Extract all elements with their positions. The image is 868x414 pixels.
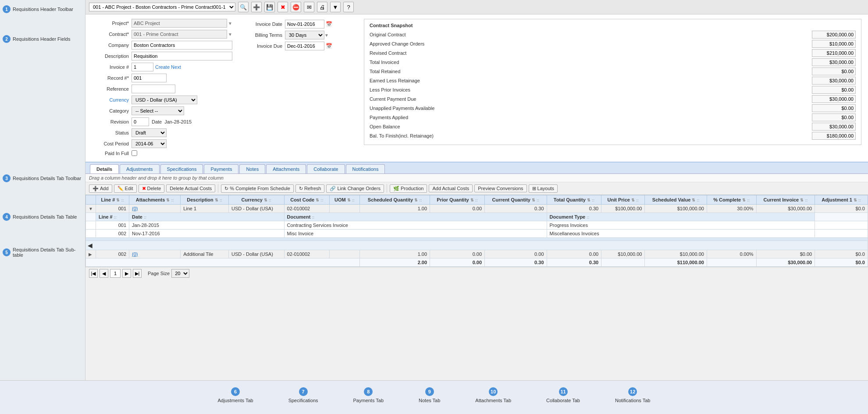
snapshot-row: Payments Applied: [370, 113, 856, 121]
row2-attachments[interactable]: (0): [129, 250, 181, 258]
col-sched-value[interactable]: Scheduled Value ⇅ ::: [645, 195, 707, 205]
expand-cell-2[interactable]: ▶: [86, 250, 96, 258]
annotation-label-9: Notes Tab: [419, 398, 440, 403]
col-currency[interactable]: Currency ⇅ ::: [229, 195, 284, 205]
row2-sched-value: $10,000.00: [645, 250, 707, 258]
badge-12: 12: [628, 387, 637, 396]
col-prior-qty[interactable]: Prior Quantity ⇅ ::: [430, 195, 485, 205]
cost-period-row: Cost Period 2014-06: [92, 139, 232, 148]
add-icon-btn[interactable]: ➕: [251, 2, 262, 12]
help-icon-btn[interactable]: ?: [343, 2, 354, 12]
currency-select[interactable]: USD - Dollar (USA): [132, 96, 197, 104]
sub1-doc-type: Progress Invoices: [547, 221, 815, 230]
company-input[interactable]: [132, 41, 232, 50]
row1-attachments[interactable]: (0): [129, 205, 181, 213]
paid-in-full-label: Paid In Full: [92, 151, 132, 156]
annotation-label-6: Adjustments Tab: [218, 398, 253, 403]
add-actual-costs-button[interactable]: Add Actual Costs: [429, 184, 473, 192]
header-fields-section: Project* ▼ Contract* ▼ Company Desc: [85, 14, 868, 163]
invoice-date-cal-icon[interactable]: 📅: [326, 21, 332, 27]
page-current-input[interactable]: [110, 269, 121, 278]
tab-payments[interactable]: Payments: [204, 164, 238, 173]
page-last-btn[interactable]: ▶|: [133, 269, 142, 278]
col-attachments[interactable]: Attachments ⇅ ::: [129, 195, 181, 205]
col-unit-price[interactable]: Unit Price ⇅ ::: [601, 195, 645, 205]
print-icon-btn[interactable]: 🖨: [317, 2, 327, 12]
stop-icon-btn[interactable]: ⛔: [291, 2, 301, 12]
col-pct-complete[interactable]: % Complete ⇅ ::: [707, 195, 756, 205]
annotation-7: 7 Specifications: [288, 387, 318, 403]
page-prev-btn[interactable]: ◀: [100, 269, 108, 278]
link-change-orders-button[interactable]: 🔗 Link Change Orders: [326, 184, 384, 193]
email-icon-btn[interactable]: ✉: [304, 2, 314, 12]
description-input[interactable]: [132, 52, 232, 60]
col-current-qty[interactable]: Current Quantity ⇅ ::: [485, 195, 547, 205]
scroll-left-icon[interactable]: ◀: [88, 242, 92, 249]
production-button[interactable]: 🌿 Production: [390, 184, 427, 193]
link-icon: 🔗: [330, 186, 336, 191]
record-input[interactable]: [132, 74, 167, 82]
reference-row: Reference: [92, 85, 232, 93]
cost-period-select[interactable]: 2014-06: [132, 139, 167, 148]
save-icon-btn[interactable]: 💾: [264, 2, 275, 12]
col-cost-code[interactable]: Cost Code ⇅ ::: [284, 195, 329, 205]
col-sched-qty[interactable]: Scheduled Quantity ⇅ ::: [359, 195, 430, 205]
expand-cell-1[interactable]: ▼: [86, 205, 96, 213]
paid-in-full-checkbox[interactable]: [132, 150, 137, 156]
snapshot-row: Approved Change Orders: [370, 40, 856, 48]
tab-collaborate[interactable]: Collaborate: [307, 164, 345, 173]
col-current-invoice[interactable]: Current Invoice ⇅ ::: [756, 195, 815, 205]
revision-label: Revision: [92, 119, 132, 124]
col-total-qty[interactable]: Total Quantity ⇅ ::: [547, 195, 601, 205]
invoice-due-label: Invoice Due: [241, 43, 285, 49]
sub2-date: Nov-17-2016: [129, 230, 284, 238]
row2-uom: [329, 250, 359, 258]
project-input[interactable]: [132, 19, 227, 28]
col-uom[interactable]: UOM ⇅ ::: [329, 195, 359, 205]
delete-icon-btn[interactable]: ✖: [277, 2, 288, 12]
tab-attachments[interactable]: Attachments: [266, 164, 306, 173]
arrow-down-icon-btn[interactable]: ▼: [330, 2, 341, 12]
col-description[interactable]: Description ⇅ ::: [181, 195, 229, 205]
invoice-input[interactable]: [132, 63, 153, 71]
pct-complete-button[interactable]: ↻ % Complete From Schedule: [221, 184, 294, 193]
annotation-label-7: Specifications: [288, 398, 318, 403]
col-line[interactable]: Line # ⇅ ::: [96, 195, 129, 205]
contract-input[interactable]: [132, 30, 227, 39]
currency-link[interactable]: Currency: [92, 97, 132, 103]
revision-input[interactable]: [132, 117, 149, 126]
delete-button[interactable]: ✖ Delete: [139, 184, 165, 193]
project-contract-select[interactable]: 001 - ABC Project - Boston Contractors -…: [89, 3, 235, 11]
middle-fields: Invoice Date 📅 Billing Terms 30 Days ▼ I…: [241, 19, 355, 158]
reference-input[interactable]: [132, 85, 175, 93]
add-button[interactable]: ➕ Add: [89, 184, 112, 193]
tab-notifications[interactable]: Notifications: [346, 164, 385, 173]
tab-details[interactable]: Details: [90, 164, 119, 173]
page-next-btn[interactable]: ▶: [122, 269, 131, 278]
layouts-button[interactable]: ⊞ Layouts: [529, 184, 558, 193]
row1-current-invoice: $30,000.00: [756, 205, 815, 213]
tab-specifications[interactable]: Specifications: [160, 164, 203, 173]
page-first-btn[interactable]: |◀: [89, 269, 98, 278]
status-select[interactable]: Draft: [132, 128, 167, 137]
invoice-date-input[interactable]: [285, 20, 324, 28]
invoice-due-cal-icon[interactable]: 📅: [326, 43, 332, 49]
search-icon-btn[interactable]: 🔍: [238, 2, 249, 12]
edit-button[interactable]: ✏️ Edit: [114, 184, 137, 193]
preview-conversions-button[interactable]: Preview Conversions: [474, 184, 526, 192]
tabs-bar: Details Adjustments Specifications Payme…: [85, 163, 868, 174]
delete-actual-costs-button[interactable]: Delete Actual Costs: [166, 184, 215, 192]
col-adjustment1[interactable]: Adjustment 1 ⇅ ::: [815, 195, 868, 205]
row1-adjustment1: $0.0: [815, 205, 868, 213]
page-size-label: Page Size: [148, 271, 170, 276]
invoice-due-input[interactable]: [285, 42, 324, 50]
page-size-select[interactable]: 20: [171, 269, 189, 278]
tab-notes[interactable]: Notes: [239, 164, 265, 173]
layouts-icon: ⊞: [532, 186, 536, 191]
tab-adjustments[interactable]: Adjustments: [120, 164, 160, 173]
refresh-button[interactable]: ↻ Refresh: [295, 184, 325, 193]
create-next-link[interactable]: Create Next: [155, 64, 181, 70]
category-select[interactable]: -- Select --: [132, 106, 184, 115]
row2-line: 002: [96, 250, 129, 258]
billing-terms-select[interactable]: 30 Days: [285, 31, 324, 39]
